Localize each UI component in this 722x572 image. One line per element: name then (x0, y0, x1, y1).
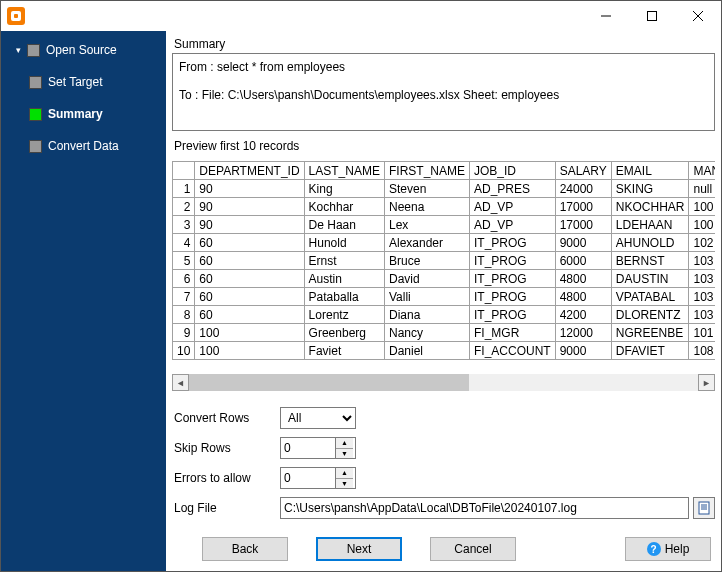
close-button[interactable] (675, 1, 721, 31)
table-cell[interactable]: Bruce (384, 252, 469, 270)
table-cell[interactable]: 17000 (555, 198, 611, 216)
browse-logfile-button[interactable] (693, 497, 715, 519)
table-cell[interactable]: Diana (384, 306, 469, 324)
table-cell[interactable]: 100 (195, 342, 304, 360)
scroll-thumb[interactable] (189, 374, 469, 391)
table-cell[interactable]: NGREENBE (611, 324, 689, 342)
table-cell[interactable]: AD_VP (469, 198, 555, 216)
column-header[interactable]: MANAG (689, 162, 715, 180)
column-header[interactable]: SALARY (555, 162, 611, 180)
table-cell[interactable]: Pataballa (304, 288, 384, 306)
table-row[interactable]: 10100FavietDanielFI_ACCOUNT9000DFAVIET10… (173, 342, 716, 360)
table-cell[interactable]: 103 (689, 270, 715, 288)
table-cell[interactable]: 4200 (555, 306, 611, 324)
preview-table[interactable]: DEPARTMENT_ID LAST_NAME FIRST_NAME JOB_I… (172, 161, 715, 360)
errors-input[interactable] (281, 468, 335, 488)
table-cell[interactable]: 100 (689, 216, 715, 234)
sidebar-item-set-target[interactable]: Set Target (29, 73, 162, 91)
logfile-input[interactable] (280, 497, 689, 519)
column-header[interactable]: DEPARTMENT_ID (195, 162, 304, 180)
spin-up-icon[interactable]: ▲ (336, 438, 353, 449)
table-cell[interactable]: Daniel (384, 342, 469, 360)
table-cell[interactable]: 9000 (555, 342, 611, 360)
table-cell[interactable]: Hunold (304, 234, 384, 252)
summary-textarea[interactable]: From : select * from employees To : File… (172, 53, 715, 131)
table-cell[interactable]: 102 (689, 234, 715, 252)
table-row[interactable]: 290KochharNeenaAD_VP17000NKOCHHAR100 (173, 198, 716, 216)
convert-rows-select[interactable]: All (280, 407, 356, 429)
table-cell[interactable]: 100 (195, 324, 304, 342)
column-header[interactable]: JOB_ID (469, 162, 555, 180)
back-button[interactable]: Back (202, 537, 288, 561)
help-button[interactable]: ? Help (625, 537, 711, 561)
table-cell[interactable]: Ernst (304, 252, 384, 270)
column-header[interactable]: FIRST_NAME (384, 162, 469, 180)
cancel-button[interactable]: Cancel (430, 537, 516, 561)
table-cell[interactable]: SKING (611, 180, 689, 198)
table-cell[interactable]: 100 (689, 198, 715, 216)
spin-down-icon[interactable]: ▼ (336, 449, 353, 459)
table-row[interactable]: 560ErnstBruceIT_PROG6000BERNST103 (173, 252, 716, 270)
scroll-track[interactable] (189, 374, 698, 391)
table-cell[interactable]: DAUSTIN (611, 270, 689, 288)
table-cell[interactable]: BERNST (611, 252, 689, 270)
sidebar-item-convert-data[interactable]: Convert Data (29, 137, 162, 155)
table-cell[interactable]: Faviet (304, 342, 384, 360)
table-cell[interactable]: AHUNOLD (611, 234, 689, 252)
minimize-button[interactable] (583, 1, 629, 31)
table-cell[interactable]: Greenberg (304, 324, 384, 342)
table-cell[interactable]: 60 (195, 234, 304, 252)
table-cell[interactable]: 103 (689, 288, 715, 306)
horizontal-scrollbar[interactable]: ◄ ► (172, 374, 715, 391)
table-cell[interactable]: Lex (384, 216, 469, 234)
table-cell[interactable]: VPATABAL (611, 288, 689, 306)
table-cell[interactable]: IT_PROG (469, 252, 555, 270)
table-cell[interactable]: 101 (689, 324, 715, 342)
sidebar-item-open-source[interactable]: ▾ Open Source (13, 41, 162, 59)
table-row[interactable]: 860LorentzDianaIT_PROG4200DLORENTZ103 (173, 306, 716, 324)
table-cell[interactable]: NKOCHHAR (611, 198, 689, 216)
table-cell[interactable]: 60 (195, 252, 304, 270)
table-cell[interactable]: IT_PROG (469, 234, 555, 252)
skip-rows-input[interactable] (281, 438, 335, 458)
table-cell[interactable]: IT_PROG (469, 306, 555, 324)
table-cell[interactable]: Valli (384, 288, 469, 306)
table-row[interactable]: 390De HaanLexAD_VP17000LDEHAAN100 (173, 216, 716, 234)
sidebar-item-summary[interactable]: Summary (29, 105, 162, 123)
table-cell[interactable]: DLORENTZ (611, 306, 689, 324)
table-cell[interactable]: De Haan (304, 216, 384, 234)
table-cell[interactable]: IT_PROG (469, 270, 555, 288)
table-cell[interactable]: AD_PRES (469, 180, 555, 198)
column-header[interactable]: LAST_NAME (304, 162, 384, 180)
table-cell[interactable]: Steven (384, 180, 469, 198)
table-cell[interactable]: 103 (689, 306, 715, 324)
table-cell[interactable]: Lorentz (304, 306, 384, 324)
table-cell[interactable]: FI_MGR (469, 324, 555, 342)
table-cell[interactable]: 24000 (555, 180, 611, 198)
table-cell[interactable]: 90 (195, 216, 304, 234)
scroll-left-icon[interactable]: ◄ (172, 374, 189, 391)
skip-rows-spinner[interactable]: ▲ ▼ (280, 437, 356, 459)
table-cell[interactable]: 90 (195, 198, 304, 216)
column-header[interactable]: EMAIL (611, 162, 689, 180)
table-cell[interactable]: AD_VP (469, 216, 555, 234)
table-cell[interactable]: 6000 (555, 252, 611, 270)
table-row[interactable]: 760PataballaValliIT_PROG4800VPATABAL103 (173, 288, 716, 306)
spin-up-icon[interactable]: ▲ (336, 468, 353, 479)
table-cell[interactable]: IT_PROG (469, 288, 555, 306)
table-row[interactable]: 190KingStevenAD_PRES24000SKINGnull (173, 180, 716, 198)
table-cell[interactable]: 9000 (555, 234, 611, 252)
table-cell[interactable]: 17000 (555, 216, 611, 234)
table-row[interactable]: 460HunoldAlexanderIT_PROG9000AHUNOLD102 (173, 234, 716, 252)
table-cell[interactable]: FI_ACCOUNT (469, 342, 555, 360)
table-cell[interactable]: Neena (384, 198, 469, 216)
table-cell[interactable]: DFAVIET (611, 342, 689, 360)
table-cell[interactable]: Nancy (384, 324, 469, 342)
table-row[interactable]: 660AustinDavidIT_PROG4800DAUSTIN103 (173, 270, 716, 288)
table-cell[interactable]: Alexander (384, 234, 469, 252)
table-cell[interactable]: King (304, 180, 384, 198)
table-cell[interactable]: David (384, 270, 469, 288)
spin-down-icon[interactable]: ▼ (336, 479, 353, 489)
table-cell[interactable]: 4800 (555, 270, 611, 288)
table-cell[interactable]: null (689, 180, 715, 198)
